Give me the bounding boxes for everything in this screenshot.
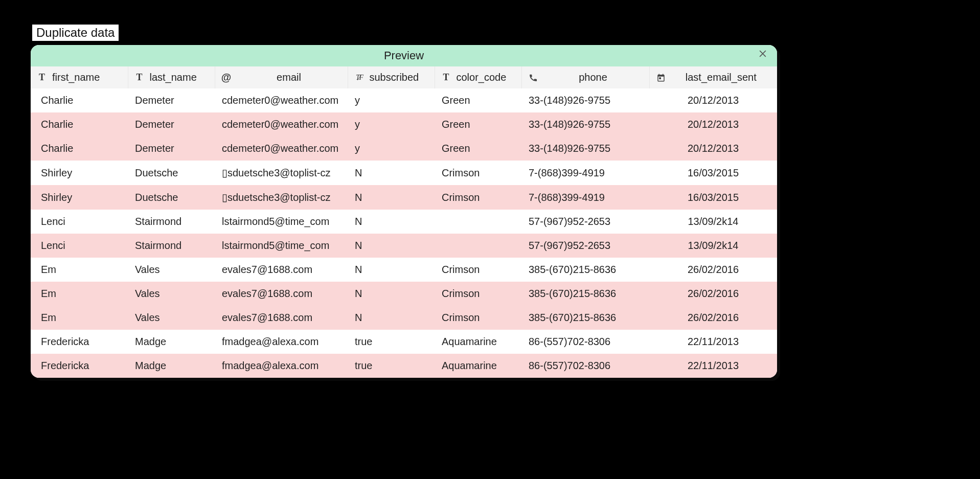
cell-phone: 7-(868)399-4919 [521, 161, 649, 185]
cell-last-email-sent: 20/12/2013 [649, 88, 777, 112]
cell-phone: 57-(967)952-2653 [521, 234, 649, 258]
cell-last-email-sent: 20/12/2013 [649, 112, 777, 136]
col-label: last_email_sent [686, 72, 757, 83]
data-table: T first_name T last_name @ email [31, 66, 777, 378]
cell-last-email-sent: 20/12/2013 [649, 136, 777, 161]
cell-phone: 385-(670)215-8636 [521, 282, 649, 306]
cell-email: evales7@1688.com [215, 306, 348, 330]
col-header-email[interactable]: @ email [215, 66, 348, 88]
col-header-first-name[interactable]: T first_name [31, 66, 128, 88]
col-label: phone [579, 72, 607, 83]
cell-subscribed: N [348, 161, 435, 185]
cell-last-name: Vales [128, 258, 215, 282]
cell-email: lstairmond5@time_com [215, 210, 348, 234]
cell-email: fmadgea@alexa.com [215, 354, 348, 378]
col-label: first_name [52, 72, 100, 83]
cell-last-name: Demeter [128, 112, 215, 136]
cell-last-name: Vales [128, 282, 215, 306]
cell-color-code [435, 210, 521, 234]
cell-email: cdemeter0@weather.com [215, 112, 348, 136]
cell-first-name: Shirley [31, 185, 128, 210]
cell-subscribed: N [348, 282, 435, 306]
cell-email: evales7@1688.com [215, 282, 348, 306]
cell-last-email-sent: 26/02/2016 [649, 258, 777, 282]
cell-phone: 86-(557)702-8306 [521, 330, 649, 354]
cell-last-name: Demeter [128, 88, 215, 112]
text-type-icon: T [134, 73, 145, 83]
cell-last-email-sent: 22/11/2013 [649, 354, 777, 378]
col-header-last-name[interactable]: T last_name [128, 66, 215, 88]
close-icon [758, 49, 768, 62]
cell-subscribed: y [348, 112, 435, 136]
panel-header: Preview [31, 45, 777, 66]
cell-last-name: Stairmond [128, 210, 215, 234]
cell-subscribed: N [348, 210, 435, 234]
col-header-subscribed[interactable]: T∕F subscribed [348, 66, 435, 88]
cell-first-name: Em [31, 282, 128, 306]
table-row[interactable]: LenciStairmondlstairmond5@time_comN57-(9… [31, 234, 777, 258]
cell-subscribed: N [348, 306, 435, 330]
table-row[interactable]: EmValesevales7@1688.comNCrimson385-(670)… [31, 306, 777, 330]
cell-last-email-sent: 26/02/2016 [649, 306, 777, 330]
cell-email: fmadgea@alexa.com [215, 330, 348, 354]
cell-color-code: Aquamarine [435, 354, 521, 378]
cell-last-name: Vales [128, 306, 215, 330]
col-label: subscribed [370, 72, 419, 83]
table-row[interactable]: EmValesevales7@1688.comNCrimson385-(670)… [31, 282, 777, 306]
cell-first-name: Shirley [31, 161, 128, 185]
cell-subscribed: N [348, 234, 435, 258]
cell-color-code: Crimson [435, 185, 521, 210]
col-header-last-email-sent[interactable]: last_email_sent [649, 66, 777, 88]
cell-phone: 33-(148)926-9755 [521, 112, 649, 136]
table-row[interactable]: ShirleyDuetsche▯sduetsche3@toplist-czNCr… [31, 161, 777, 185]
table-body: CharlieDemetercdemeter0@weather.comyGree… [31, 88, 777, 378]
cell-phone: 7-(868)399-4919 [521, 185, 649, 210]
email-type-icon: @ [221, 73, 232, 83]
table-row[interactable]: ShirleyDuetsche▯sduetsche3@toplist-czNCr… [31, 185, 777, 210]
cell-color-code: Aquamarine [435, 330, 521, 354]
table-row[interactable]: LenciStairmondlstairmond5@time_comN57-(9… [31, 210, 777, 234]
cell-color-code: Green [435, 112, 521, 136]
cell-first-name: Fredericka [31, 354, 128, 378]
cell-first-name: Em [31, 306, 128, 330]
table-row[interactable]: CharlieDemetercdemeter0@weather.comyGree… [31, 112, 777, 136]
cell-color-code: Crimson [435, 282, 521, 306]
cell-first-name: Charlie [31, 112, 128, 136]
phone-type-icon [528, 73, 538, 83]
cell-subscribed: y [348, 88, 435, 112]
table-header: T first_name T last_name @ email [31, 66, 777, 88]
cell-last-name: Duetsche [128, 161, 215, 185]
cell-subscribed: true [348, 330, 435, 354]
cell-phone: 86-(557)702-8306 [521, 354, 649, 378]
cell-last-email-sent: 26/02/2016 [649, 282, 777, 306]
cell-subscribed: N [348, 258, 435, 282]
close-button[interactable] [756, 48, 770, 62]
cell-email: ▯sduetsche3@toplist-cz [215, 161, 348, 185]
date-type-icon [656, 73, 666, 83]
cell-color-code: Green [435, 88, 521, 112]
col-label: last_name [150, 72, 197, 83]
cell-last-email-sent: 16/03/2015 [649, 185, 777, 210]
cell-last-name: Madge [128, 354, 215, 378]
cell-color-code: Crimson [435, 161, 521, 185]
cell-last-name: Stairmond [128, 234, 215, 258]
panel-header-title: Preview [384, 49, 424, 62]
cell-first-name: Charlie [31, 88, 128, 112]
cell-color-code: Crimson [435, 258, 521, 282]
cell-first-name: Fredericka [31, 330, 128, 354]
cell-email: evales7@1688.com [215, 258, 348, 282]
table-row[interactable]: EmValesevales7@1688.comNCrimson385-(670)… [31, 258, 777, 282]
col-header-phone[interactable]: phone [521, 66, 649, 88]
cell-email: ▯sduetsche3@toplist-cz [215, 185, 348, 210]
boolean-type-icon: T∕F [354, 73, 364, 83]
table-row[interactable]: FrederickaMadgefmadgea@alexa.comtrueAqua… [31, 330, 777, 354]
table-row[interactable]: CharlieDemetercdemeter0@weather.comyGree… [31, 88, 777, 112]
cell-last-email-sent: 22/11/2013 [649, 330, 777, 354]
col-header-color-code[interactable]: T color_code [435, 66, 521, 88]
cell-last-email-sent: 13/09/2k14 [649, 210, 777, 234]
table-row[interactable]: FrederickaMadgefmadgea@alexa.comtrueAqua… [31, 354, 777, 378]
table-row[interactable]: CharlieDemetercdemeter0@weather.comyGree… [31, 136, 777, 161]
cell-first-name: Charlie [31, 136, 128, 161]
cell-phone: 385-(670)215-8636 [521, 306, 649, 330]
cell-last-name: Madge [128, 330, 215, 354]
